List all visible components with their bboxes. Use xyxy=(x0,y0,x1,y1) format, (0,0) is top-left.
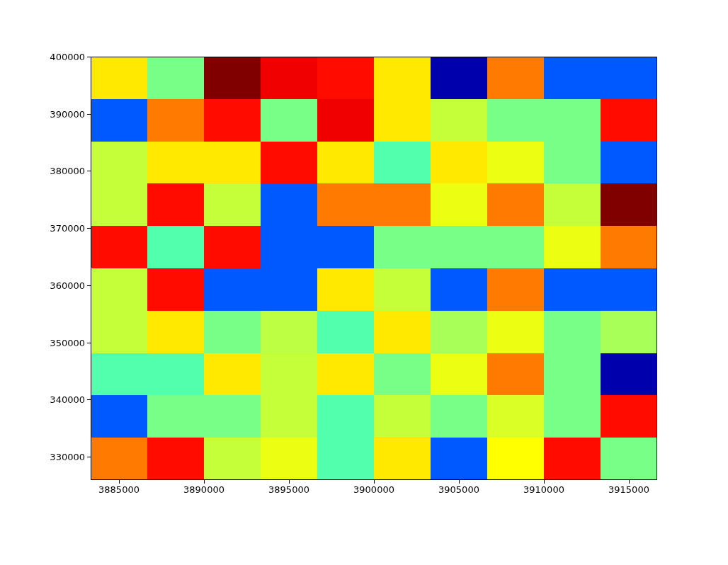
heatmap-row xyxy=(91,57,657,99)
heatmap-cell xyxy=(374,142,431,184)
heatmap-cell xyxy=(374,353,431,396)
heatmap-cell xyxy=(544,268,601,311)
heatmap-row xyxy=(91,142,657,184)
heatmap-cell xyxy=(601,395,657,438)
x-tick-label: 3885000 xyxy=(98,480,140,495)
heatmap-cell xyxy=(544,142,601,184)
heatmap-cell xyxy=(91,183,147,226)
heatmap-cell xyxy=(147,183,204,226)
heatmap-cell xyxy=(374,311,431,353)
heatmap-cell xyxy=(147,268,204,311)
heatmap-cell xyxy=(487,57,544,99)
figure: 3885000389000038950003900000390500039100… xyxy=(0,0,728,565)
heatmap-cell xyxy=(374,226,431,268)
y-tick-label: 350000 xyxy=(50,337,91,348)
heatmap-cell xyxy=(487,438,544,480)
x-tick-label: 3895000 xyxy=(268,480,309,495)
heatmap-cell xyxy=(147,142,204,184)
heatmap-cell xyxy=(544,395,601,438)
heatmap-cell xyxy=(204,99,261,142)
heatmap-cell xyxy=(601,353,657,396)
heatmap-cell xyxy=(204,438,261,480)
heatmap-cell xyxy=(431,142,487,184)
heatmap-cell xyxy=(544,99,601,142)
heatmap-cell xyxy=(487,311,544,353)
heatmap-cell xyxy=(91,57,147,99)
heatmap-cell xyxy=(91,395,147,438)
heatmap-cell xyxy=(261,268,317,311)
heatmap-cell xyxy=(487,353,544,396)
heatmap-cell xyxy=(487,268,544,311)
heatmap-cell xyxy=(374,57,431,99)
x-tick-label: 3905000 xyxy=(438,480,479,495)
heatmap-cell xyxy=(317,268,374,311)
heatmap-cell xyxy=(317,226,374,268)
heatmap-cell xyxy=(204,183,261,226)
heatmap-row xyxy=(91,311,657,353)
heatmap-cell xyxy=(261,438,317,480)
heatmap-cell xyxy=(91,438,147,480)
heatmap-cell xyxy=(317,183,374,226)
heatmap-cell xyxy=(147,99,204,142)
heatmap-cell xyxy=(374,395,431,438)
heatmap-cell xyxy=(261,57,317,99)
heatmap-cell xyxy=(544,183,601,226)
heatmap-cell xyxy=(431,268,487,311)
heatmap-cell xyxy=(487,183,544,226)
x-tick-label: 3900000 xyxy=(353,480,394,495)
heatmap-cell xyxy=(204,395,261,438)
heatmap-cell xyxy=(147,438,204,480)
heatmap-cell xyxy=(261,183,317,226)
heatmap-cell xyxy=(91,99,147,142)
heatmap-cell xyxy=(431,353,487,396)
y-tick-label: 390000 xyxy=(50,108,91,119)
heatmap-cell xyxy=(317,142,374,184)
heatmap-cell xyxy=(261,395,317,438)
heatmap-row xyxy=(91,183,657,226)
heatmap-cell xyxy=(204,353,261,396)
heatmap-cell xyxy=(544,353,601,396)
heatmap-cell xyxy=(204,268,261,311)
heatmap-cell xyxy=(147,353,204,396)
heatmap-cell xyxy=(91,353,147,396)
heatmap-cell xyxy=(204,57,261,99)
heatmap-cell xyxy=(601,268,657,311)
heatmap-row xyxy=(91,226,657,268)
heatmap-cell xyxy=(374,438,431,480)
heatmap-cell xyxy=(204,142,261,184)
x-tick-label: 3910000 xyxy=(523,480,564,495)
heatmap-cell xyxy=(544,226,601,268)
y-tick-label: 380000 xyxy=(50,166,91,176)
heatmap-cell xyxy=(431,183,487,226)
heatmap-cell xyxy=(317,99,374,142)
heatmap-cell xyxy=(147,311,204,353)
heatmap-row xyxy=(91,395,657,438)
heatmap-cell xyxy=(601,438,657,480)
heatmap-cell xyxy=(374,99,431,142)
y-tick-label: 360000 xyxy=(50,280,91,290)
heatmap-cell xyxy=(601,226,657,268)
heatmap-cell xyxy=(147,57,204,99)
heatmap-cell xyxy=(374,268,431,311)
heatmap-cell xyxy=(261,311,317,353)
y-tick-label: 340000 xyxy=(50,394,91,405)
heatmap-cell xyxy=(431,395,487,438)
heatmap-cell xyxy=(431,438,487,480)
heatmap-cell xyxy=(601,311,657,353)
heatmap-cell xyxy=(544,311,601,353)
heatmap-cell xyxy=(317,395,374,438)
heatmap-cell xyxy=(317,57,374,99)
heatmap-row xyxy=(91,99,657,142)
heatmap-row xyxy=(91,438,657,480)
heatmap-cell xyxy=(147,226,204,268)
heatmap-row xyxy=(91,353,657,396)
heatmap-row xyxy=(91,268,657,311)
heatmap-cell xyxy=(261,353,317,396)
heatmap-cell xyxy=(147,395,204,438)
x-tick-label: 3890000 xyxy=(183,480,224,495)
y-tick-label: 370000 xyxy=(50,223,91,234)
y-tick-label: 400000 xyxy=(50,52,91,62)
heatmap-cell xyxy=(431,57,487,99)
heatmap-cell xyxy=(204,311,261,353)
heatmap-cell xyxy=(487,226,544,268)
